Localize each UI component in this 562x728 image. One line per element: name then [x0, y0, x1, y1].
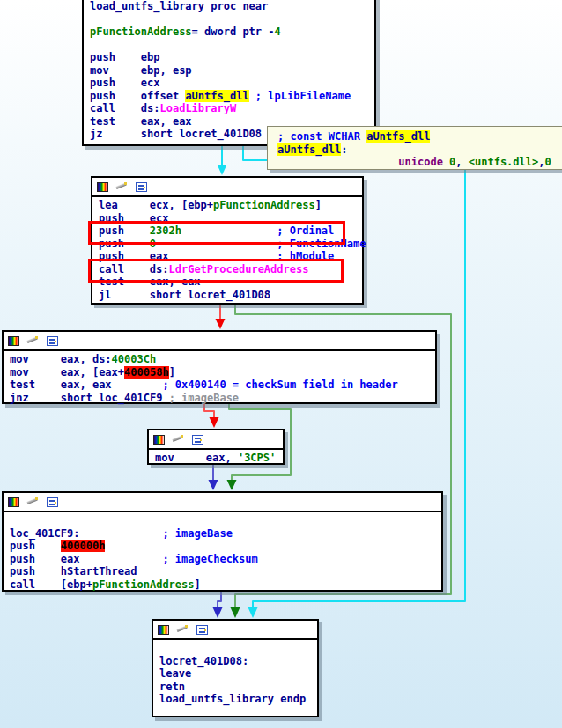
code-line[interactable]: retn: [159, 680, 317, 694]
code-text: ,: [455, 156, 468, 168]
code-text: ; lpLibFileName: [255, 90, 351, 102]
code-text: 0: [150, 238, 156, 250]
code-line[interactable]: mov ebp, esp: [90, 64, 374, 77]
code-text: push: [99, 224, 150, 237]
group-node-icon[interactable]: [196, 625, 208, 635]
node-titlebar[interactable]: [149, 430, 283, 450]
edge-checksum-fallthrough-arrowhead: [210, 417, 219, 428]
code-text: push ecx: [90, 77, 159, 89]
code-text: ]: [195, 578, 201, 591]
code-line[interactable]: aUntfs_dll:: [277, 143, 562, 157]
edge-default-unconditional-arrowhead: [209, 480, 218, 490]
code-line[interactable]: test eax, eax: [99, 276, 362, 289]
code-text: call ds:: [99, 263, 168, 276]
code-line[interactable]: push eax ; imageChecksum: [10, 553, 441, 566]
code-line[interactable]: loc_401CF9: ; imageBase: [10, 527, 441, 540]
node-checksum-read[interactable]: mov eax, ds:40003Chmov eax, [eax+400058h…: [2, 330, 437, 404]
code-line[interactable]: push eax ; hModule: [99, 250, 362, 263]
node-return[interactable]: locret_401D08:leaveretnload_untfs_librar…: [152, 619, 319, 717]
code-line[interactable]: mov eax, ds:40003Ch: [10, 353, 435, 366]
code-line[interactable]: locret_401D08:: [159, 655, 317, 668]
edge-entry-jz-taken-arrowhead: [248, 607, 258, 618]
code-line[interactable]: unicode 0, <untfs.dll>,0: [277, 156, 562, 169]
code-text: push offset: [90, 90, 185, 102]
code-text: [156, 238, 277, 250]
highlighted-value: 400000h: [61, 540, 106, 552]
code-line[interactable]: mov eax, [eax+400058h]: [10, 366, 435, 379]
code-text: push ecx: [99, 212, 168, 224]
node-titlebar[interactable]: [4, 493, 441, 512]
code-line[interactable]: [10, 514, 441, 527]
code-line[interactable]: [90, 39, 374, 52]
edge-call-fallthrough-arrowhead: [213, 607, 223, 618]
code-text: ; hModule: [277, 250, 334, 262]
code-text: :: [341, 143, 347, 156]
node-titlebar[interactable]: [92, 178, 362, 197]
code-line[interactable]: call [ebp+pFunctionAddress]: [10, 578, 441, 592]
code-line[interactable]: jl short locret_401D08: [99, 289, 362, 302]
code-text: locret_401D08:: [159, 655, 248, 667]
code-line[interactable]: mov eax, '3CPS': [155, 452, 283, 465]
code-text: push: [10, 540, 61, 552]
code-line[interactable]: pFunctionAddress= dword ptr -4: [90, 26, 374, 39]
code-line[interactable]: push ebp: [90, 51, 374, 64]
code-line[interactable]: push 2302h ; Ordinal: [99, 224, 362, 238]
code-line[interactable]: load_untfs_library proc near: [90, 0, 374, 13]
node-titlebar[interactable]: [153, 621, 317, 640]
pencil-icon[interactable]: [116, 182, 128, 192]
group-node-icon[interactable]: [47, 497, 58, 507]
code-text: load_untfs_library proc near: [90, 0, 268, 12]
node-entry[interactable]: load_untfs_library proc nearpFunctionAdd…: [82, 0, 376, 146]
code-line[interactable]: push ecx: [99, 212, 362, 225]
code-line[interactable]: ; const WCHAR aUntfs_dll: [277, 130, 562, 143]
code-line[interactable]: load_untfs_library endp: [159, 693, 317, 706]
code-line[interactable]: push offset aUntfs_dll ; lpLibFileName: [90, 90, 374, 103]
code-line[interactable]: jnz short loc_401CF9 ; imageBase: [10, 392, 435, 405]
code-text: LdrGetProcedureAddress: [168, 263, 308, 276]
code-text: mov ebp, esp: [90, 64, 192, 77]
code-text: push eax: [10, 553, 162, 565]
code-text: [277, 156, 398, 168]
code-line[interactable]: push ecx: [90, 77, 374, 90]
pencil-icon[interactable]: [177, 625, 189, 635]
code-line[interactable]: test eax, eax ; 0x400140 = checkSum fiel…: [10, 379, 435, 392]
pencil-icon[interactable]: [27, 497, 39, 507]
code-line[interactable]: push hStartThread: [10, 565, 441, 578]
code-line[interactable]: call ds:LdrGetProcedureAddress: [99, 263, 362, 276]
graph-view[interactable]: load_untfs_library proc nearpFunctionAdd…: [0, 0, 562, 728]
node-titlebar[interactable]: [4, 332, 435, 351]
code-text: ]: [315, 199, 322, 211]
code-text: unicode: [398, 156, 449, 168]
color-palette-icon[interactable]: [158, 625, 169, 635]
group-node-icon[interactable]: [136, 182, 147, 192]
code-text: test eax, eax: [99, 276, 201, 288]
color-palette-icon[interactable]: [8, 497, 19, 507]
code-line[interactable]: call ds:LoadLibraryW: [90, 102, 374, 115]
code-line[interactable]: leave: [159, 667, 317, 680]
code-text: push eax: [99, 250, 277, 262]
code-line[interactable]: [90, 13, 374, 26]
code-text: jnz short loc_401CF9: [10, 392, 169, 404]
group-node-icon[interactable]: [47, 336, 58, 346]
color-palette-icon[interactable]: [153, 435, 165, 445]
code-text: [249, 90, 255, 102]
node-call-function[interactable]: loc_401CF9: ; imageBasepush 400000hpush …: [2, 491, 443, 592]
node-default-checksum[interactable]: mov eax, '3CPS': [147, 429, 285, 465]
group-node-icon[interactable]: [192, 435, 203, 445]
code-line[interactable]: push 400000h: [10, 540, 441, 553]
code-line[interactable]: push 0 ; FunctionName: [99, 238, 362, 251]
node-get-procedure[interactable]: lea ecx, [ebp+pFunctionAddress]push ecxp…: [91, 176, 364, 305]
code-text: jz short locret_401D08: [90, 128, 262, 140]
color-palette-icon[interactable]: [97, 182, 108, 192]
color-palette-icon[interactable]: [8, 336, 19, 346]
pencil-icon[interactable]: [173, 435, 184, 445]
pencil-icon[interactable]: [27, 336, 39, 346]
highlighted-identifier: aUntfs_dll: [185, 90, 248, 102]
code-text: test eax, eax: [90, 115, 192, 128]
code-text: retn: [159, 680, 185, 693]
code-text: LoadLibraryW: [159, 102, 236, 114]
code-line[interactable]: lea ecx, [ebp+pFunctionAddress]: [99, 199, 362, 212]
code-text: 0: [544, 156, 551, 168]
code-text: pFunctionAddress: [213, 199, 315, 211]
code-line[interactable]: [159, 642, 317, 655]
